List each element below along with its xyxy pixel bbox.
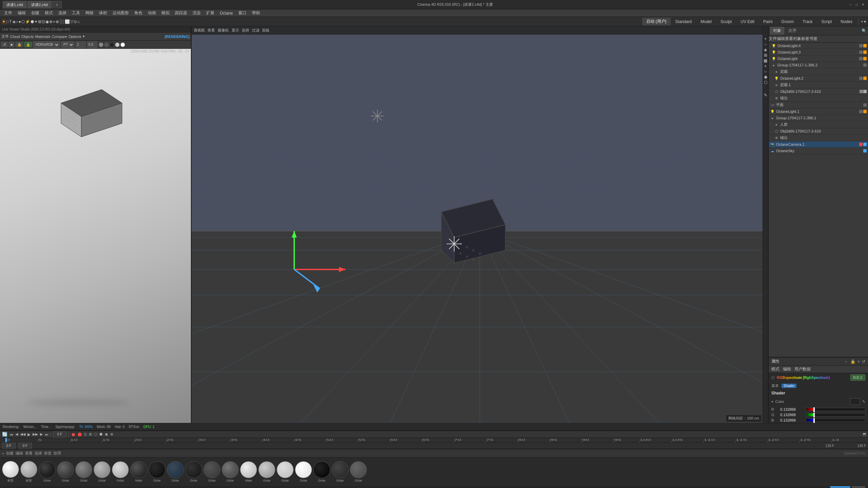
mode-model[interactable]: Model [696,18,716,25]
scene-item-group1[interactable]: ▸ Group-1704117-1-396.2 [769,62,868,68]
mb-menu-select[interactable]: 选择 [35,451,42,456]
toolbar-icon11[interactable]: ⊞ [38,19,41,24]
win-max-button[interactable]: □ [854,2,859,7]
render-options-btn[interactable]: Options [68,35,81,39]
mode-track[interactable]: Track [798,18,817,25]
channel-g-value[interactable]: 0.132868 [780,413,804,417]
ctrl-vis[interactable] [859,110,863,113]
scene-item-group2[interactable]: ▸ Group-1704117-1-396.1 [769,115,868,121]
attr-icon-lock[interactable]: 🔒 [850,359,855,364]
mode-nodes[interactable]: Nodes [836,18,856,25]
vp-side-btn-7[interactable]: ○ [764,69,767,74]
menu-select[interactable]: 选择 [56,9,69,17]
mat-item-8[interactable]: Octar [149,461,165,482]
mode-paint[interactable]: Paint [759,18,776,25]
ctrl-color[interactable] [863,50,867,54]
mat-item-11[interactable]: Octar [203,461,220,482]
mode-script[interactable]: Script [817,18,836,25]
channel-r-handle[interactable] [813,407,815,412]
vp-side-btn-1[interactable]: + [764,37,767,41]
swatch-2[interactable] [104,42,109,47]
swatch-4[interactable] [115,42,120,47]
mat-item-12[interactable]: Octar [222,461,239,482]
tl-btn-next2[interactable]: ▶▶ [33,432,38,436]
tl-icon2[interactable]: ⬤ [78,432,82,436]
rp-tab-file[interactable]: 文件 [769,36,777,42]
channel-g-bar[interactable] [806,413,865,416]
toolbar-icon18[interactable]: ⬜ [65,19,70,24]
render-val1[interactable] [76,41,86,48]
mat-item-5[interactable]: Octar [94,461,111,482]
scene-item-octanesky[interactable]: ☁ OctaneSky [769,148,868,154]
mat-item-14[interactable]: Octar [258,461,275,482]
swatch-1[interactable] [99,42,103,47]
ctrl-color[interactable] [863,110,867,113]
rp-tab-tags[interactable]: 标签 [801,36,809,42]
win-close-button[interactable]: ✕ [861,2,865,7]
mode-uv[interactable]: UV Edit [736,18,758,25]
mat-item-16[interactable]: Octar [295,461,312,482]
channel-r-value[interactable]: 0.132868 [780,407,804,411]
tl-icon4[interactable]: ⊞ [89,432,92,436]
tab-file-1[interactable]: 讲课1.c4d [3,1,27,8]
tl-btn-play[interactable]: ▶ [27,432,31,437]
menu-edit[interactable]: 编辑 [15,9,28,17]
tl-icon-cycle[interactable]: 🔄 [2,432,7,437]
menu-octane[interactable]: Octane [217,9,236,17]
render-lock-btn2[interactable]: 🔓 [24,42,32,47]
toolbar-icon19[interactable]: ▽ [70,19,73,24]
menu-mograph[interactable]: 运动图形 [110,9,132,17]
attr-shader-badge[interactable]: Shader [782,384,796,388]
toolbar-icon12[interactable]: ⊡ [42,19,45,24]
tl-icon8[interactable]: ⊗ [110,432,113,436]
tl-btn-first[interactable]: ⏮ [9,432,13,436]
tl-btn-last[interactable]: ⏭ [45,432,48,436]
tl-btn-prev[interactable]: ◀ [15,432,18,436]
vp-side-btn-2[interactable]: − [764,42,767,47]
ctrl-tag[interactable] [863,149,867,152]
ctrl-vis[interactable] [859,44,863,47]
vp-nav-camera[interactable]: 摄像机 [218,28,229,33]
ctrl-vis[interactable] [859,50,863,54]
tl-icon6[interactable]: ⬢ [99,432,103,436]
render-cloud-btn[interactable]: Cloud [10,35,20,39]
menu-mode[interactable]: 模式 [42,9,56,17]
mb-add-icon[interactable]: + [2,451,4,455]
ctrl-color[interactable] [863,44,867,47]
ctrl-vis[interactable] [863,63,867,67]
ctrl-vis[interactable] [863,103,867,107]
render-stop-btn[interactable]: ■ [9,42,14,47]
mode-more-btn[interactable]: ▾ [864,19,866,24]
attr-tab-mode[interactable]: 模式 [771,366,780,372]
scene-item-anchor1[interactable]: ⊕ 锚位 [769,95,868,102]
toolbar-icon14[interactable]: ⊕ [49,19,53,24]
toolbar-icon2[interactable]: □ [6,19,8,24]
toolbar-icon7[interactable]: ⬡ [21,19,25,24]
attr-icon-back[interactable]: ← [844,359,848,364]
mat-item-13[interactable]: Mate [240,461,257,482]
pt-select[interactable]: PT [61,41,74,48]
menu-mesh[interactable]: 网格 [83,9,96,17]
vp-side-btn-4[interactable]: ⊞ [764,53,767,58]
channel-b-bar[interactable] [806,419,865,422]
scene-item-anchor2[interactable]: ⊕ 锚位 [769,135,868,141]
scene-item-obj2[interactable]: ⬡ Obj3d66-1704117-2-610 [769,128,868,135]
scene-item-octanelight4[interactable]: 💡 OctaneLight.4 [769,43,868,49]
win-min-button[interactable]: ─ [848,2,853,7]
scene-item-octanelight2[interactable]: 💡 OctaneLight.2 [769,75,868,82]
menu-volume[interactable]: 体积 [96,9,110,17]
rp-header-order[interactable]: 次序 [786,27,799,34]
vp-nav-filter[interactable]: 过滤 [252,28,259,33]
swatch-3[interactable] [110,42,114,47]
toolbar-icon10[interactable]: ✦ [34,19,38,24]
scene-item-octanelight1[interactable]: 💡 OctaneLight.1 [769,108,868,115]
tl-expand-btn[interactable]: ⬒ [863,432,866,436]
rp-tab-objects[interactable]: 对象 [793,36,801,42]
render-file-btn[interactable]: 文件 [1,34,9,39]
tag-icon-2[interactable] [863,90,867,93]
menu-file[interactable]: 文件 [1,9,15,17]
viewport-area[interactable]: 透视图 查看 摄像机 显示 选择 过滤 面板 透视视图 [192,26,768,423]
toolbar-icon8[interactable]: ⚡ [25,19,30,24]
toolbar-icon5[interactable]: ○ [16,19,18,24]
menu-simulate[interactable]: 模拟 [159,9,172,17]
